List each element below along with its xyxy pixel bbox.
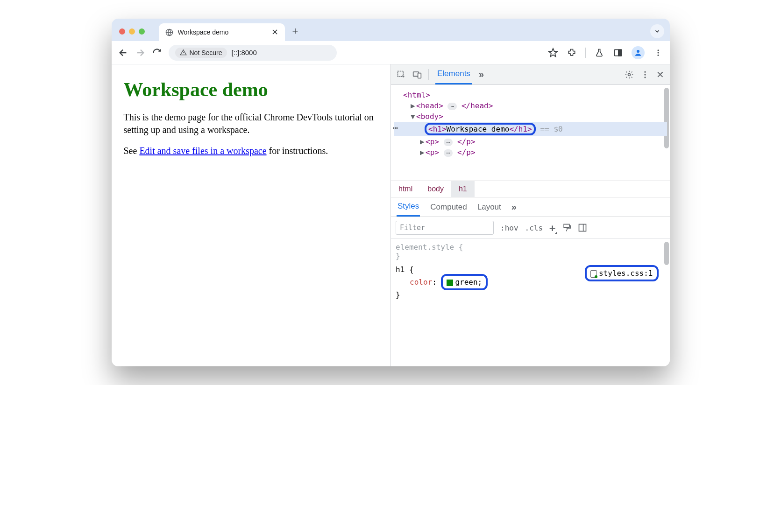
side-panel-button[interactable] — [613, 48, 623, 58]
globe-icon — [165, 28, 173, 36]
rendered-page: Workspace demo This is the demo page for… — [112, 64, 391, 366]
styles-scrollbar[interactable] — [664, 242, 669, 265]
dom-node-h1-selected[interactable]: <h1>Workspace demo</h1>== $0 — [394, 122, 667, 136]
dom-node-head[interactable]: ▶<head> ⋯ </head> — [394, 100, 667, 111]
dt-divider — [428, 69, 429, 80]
page-heading: Workspace demo — [124, 78, 379, 101]
labs-button[interactable] — [594, 48, 604, 58]
dom-node-p1[interactable]: ▶<p> ⋯ </p> — [394, 136, 667, 147]
workspace-tutorial-link[interactable]: Edit and save files in a workspace — [139, 146, 266, 156]
styles-filter-row: :hov .cls + — [391, 217, 670, 239]
color-swatch[interactable] — [447, 280, 453, 286]
tab-title: Workspace demo — [178, 28, 229, 36]
paint-icon[interactable] — [562, 223, 571, 232]
warning-icon — [180, 49, 187, 56]
dom-scrollbar[interactable] — [664, 88, 669, 148]
elements-tab[interactable]: Elements — [435, 64, 472, 84]
more-tabs-button[interactable]: » — [479, 69, 484, 80]
extensions-button[interactable] — [567, 48, 577, 58]
cls-toggle[interactable]: .cls — [525, 224, 543, 232]
security-chip[interactable]: Not Secure — [175, 48, 227, 58]
chrome-window: Workspace demo ✕ + Not Secure [::]:8000 — [112, 19, 670, 366]
person-icon — [634, 49, 642, 57]
style-source-link[interactable]: styles.css:1 — [585, 265, 659, 281]
dom-node-p2[interactable]: ▶<p> ⋯ </p> — [394, 147, 667, 158]
devtools-menu-icon[interactable] — [640, 70, 650, 79]
close-window-button[interactable] — [119, 28, 125, 35]
element-style-rule[interactable]: element.style { } — [396, 243, 665, 260]
dom-tree[interactable]: <html> ▶<head> ⋯ </head> ▼<body> <h1>Wor… — [391, 85, 670, 181]
security-label: Not Secure — [190, 49, 222, 56]
svg-point-6 — [657, 54, 659, 56]
breadcrumb-body[interactable]: body — [420, 181, 451, 197]
new-tab-button[interactable]: + — [292, 25, 298, 41]
more-styles-tabs[interactable]: » — [511, 202, 517, 212]
svg-rect-15 — [579, 224, 586, 231]
chrome-menu-button[interactable] — [653, 48, 663, 58]
svg-point-3 — [637, 50, 639, 53]
svg-rect-7 — [398, 71, 404, 77]
browser-tab[interactable]: Workspace demo ✕ — [159, 23, 285, 41]
toolbar-divider — [585, 48, 586, 58]
settings-icon[interactable] — [625, 70, 634, 79]
dom-node-body[interactable]: ▼<body> — [394, 111, 667, 122]
bookmark-button[interactable] — [548, 48, 558, 58]
file-icon — [590, 270, 597, 278]
svg-point-11 — [644, 71, 646, 72]
styles-sidebar-tabs: Styles Computed Layout » — [391, 197, 670, 217]
p2-post: for instructions. — [267, 146, 328, 156]
dom-breadcrumb: html body h1 — [391, 181, 670, 197]
breadcrumb-html[interactable]: html — [391, 181, 420, 197]
layout-tab[interactable]: Layout — [477, 203, 501, 212]
computed-tab[interactable]: Computed — [430, 203, 467, 212]
address-bar[interactable]: Not Secure [::]:8000 — [169, 45, 337, 61]
svg-rect-14 — [564, 224, 569, 228]
url-text: [::]:8000 — [232, 49, 257, 56]
svg-rect-9 — [418, 73, 421, 78]
device-toggle-icon[interactable] — [412, 70, 422, 79]
dom-node-html[interactable]: <html> — [394, 90, 667, 100]
maximize-window-button[interactable] — [139, 28, 145, 35]
tab-strip: Workspace demo ✕ + — [112, 19, 670, 41]
svg-rect-2 — [618, 49, 621, 56]
hov-toggle[interactable]: :hov — [500, 224, 518, 232]
reload-button[interactable] — [152, 48, 162, 58]
svg-point-10 — [628, 73, 630, 76]
devtools-top-bar: Elements » ✕ — [391, 64, 670, 85]
window-controls — [119, 28, 145, 41]
content-area: Workspace demo This is the demo page for… — [112, 64, 670, 366]
forward-button[interactable] — [135, 48, 145, 58]
inspect-icon[interactable] — [397, 70, 406, 79]
svg-point-4 — [657, 49, 659, 51]
back-button[interactable] — [118, 48, 128, 58]
new-style-rule-button[interactable]: + — [549, 222, 555, 234]
minimize-window-button[interactable] — [129, 28, 135, 35]
page-paragraph-1: This is the demo page for the official C… — [124, 111, 379, 136]
page-paragraph-2: See Edit and save files in a workspace f… — [124, 145, 379, 157]
breadcrumb-h1[interactable]: h1 — [451, 181, 475, 197]
close-tab-icon[interactable]: ✕ — [271, 27, 278, 37]
svg-point-12 — [644, 74, 646, 75]
toolbar-actions — [548, 46, 663, 59]
styles-tab[interactable]: Styles — [397, 197, 420, 217]
styles-filter-input[interactable] — [396, 221, 494, 235]
close-devtools-icon[interactable]: ✕ — [656, 69, 664, 80]
flex-grid-icon[interactable] — [578, 223, 587, 232]
profile-button[interactable] — [632, 46, 645, 59]
browser-toolbar: Not Secure [::]:8000 — [112, 41, 670, 64]
svg-point-5 — [657, 52, 659, 53]
h1-rule[interactable]: styles.css:1 h1 { color: green; } — [396, 265, 665, 299]
p2-pre: See — [124, 146, 140, 156]
styles-pane[interactable]: element.style { } styles.css:1 h1 { colo… — [391, 239, 670, 366]
svg-point-13 — [644, 77, 646, 78]
tabs-dropdown-button[interactable] — [650, 24, 664, 38]
devtools-panel: Elements » ✕ <html> ▶<head> ⋯ </head> ▼<… — [390, 64, 670, 366]
